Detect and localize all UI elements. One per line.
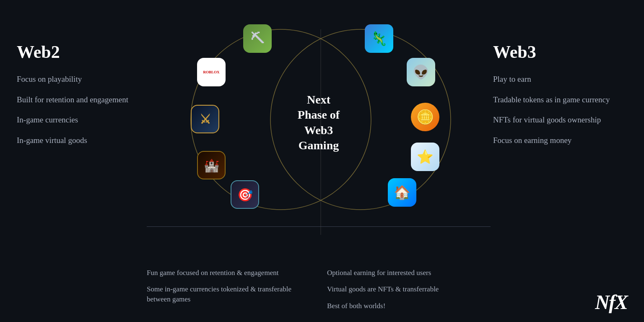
web2-panel: Web2 Focus on playability Built for rete…	[17, 42, 151, 155]
bottom-section: Fun game focused on retention & engageme…	[147, 268, 491, 318]
wow-icon	[197, 151, 226, 179]
web3-bullet-2: Tradable tokens as in game currency	[493, 94, 627, 106]
venn-diagram: NextPhase ofWeb3Gaming	[147, 13, 491, 239]
axie-icon	[365, 24, 393, 53]
token-icon	[411, 103, 439, 131]
web2-bullet-2: Built for retention and engagement	[17, 94, 151, 106]
web3-bullet-3: NFTs for virtual goods ownership	[493, 114, 627, 126]
section-divider	[147, 226, 491, 227]
web2-bullet-3: In-game currencies	[17, 114, 151, 126]
nfx-logo: NfX	[595, 291, 627, 314]
bottom-left-panel: Fun game focused on retention & engageme…	[147, 268, 310, 318]
bottom-right-item-1: Optional earning for interested users	[327, 268, 491, 278]
bottom-right-panel: Optional earning for interested users Vi…	[327, 268, 491, 318]
bottom-right-item-2: Virtual goods are NFTs & transferrable	[327, 284, 491, 294]
web3-title: Web3	[493, 42, 627, 62]
web3-panel: Web3 Play to earn Tradable tokens as in …	[493, 42, 627, 155]
staratlas-icon	[411, 143, 439, 171]
bottom-left-item-1: Fun game focused on retention & engageme…	[147, 268, 310, 278]
web2-title: Web2	[17, 42, 151, 62]
bottom-right-item-3: Best of both worlds!	[327, 301, 491, 311]
csgo-icon	[231, 180, 259, 209]
alien-icon	[407, 58, 435, 86]
roblox-icon	[197, 58, 226, 86]
lol-icon	[191, 105, 219, 133]
web2-bullet-4: In-game virtual goods	[17, 135, 151, 146]
web3-bullet-4: Focus on earning money	[493, 135, 627, 146]
web3-bullet-1: Play to earn	[493, 74, 627, 85]
bottom-left-item-2: Some in-game currencies tokenized & tran…	[147, 284, 310, 304]
minecraft-icon	[243, 24, 272, 53]
web2-bullet-1: Focus on playability	[17, 74, 151, 85]
sandbox-icon	[388, 178, 416, 207]
